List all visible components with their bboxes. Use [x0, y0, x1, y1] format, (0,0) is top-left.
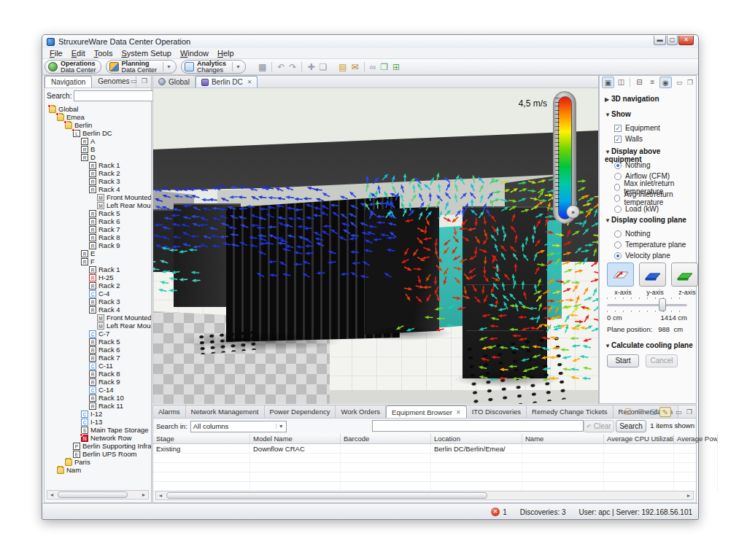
checkbox-walls[interactable]: ✓Walls — [614, 133, 660, 144]
tab-network-management[interactable]: Network Management — [186, 405, 265, 418]
menu-file[interactable]: File — [45, 49, 67, 58]
screenshot-icon[interactable]: ▤ — [338, 61, 347, 74]
tab-genomes[interactable]: Genomes — [92, 76, 136, 88]
column-header-model-name[interactable]: Model Name — [250, 434, 341, 443]
radio-avg-inlet-return-temperature[interactable]: Avg inlet/return temperature — [614, 192, 696, 203]
column-header-stage[interactable]: Stage — [153, 434, 250, 443]
tree-item-global[interactable]: Global — [44, 105, 151, 113]
tree-item-rack-7[interactable]: RRack 7 — [44, 225, 151, 233]
3d-mode-icon[interactable]: ◉ — [659, 77, 672, 88]
chevron-down-icon[interactable]: ▼ — [232, 62, 241, 71]
tab-power-dependency[interactable]: Power Dependency — [265, 405, 336, 418]
editor-tab-berlin-dc[interactable]: Berlin DC✕ — [196, 76, 258, 88]
tree-item-rack-6[interactable]: RRack 6 — [44, 346, 151, 354]
redo-icon[interactable]: ↷ — [289, 61, 296, 74]
radio-nothing[interactable]: Nothing — [614, 228, 686, 239]
table-row-empty[interactable] — [153, 454, 696, 463]
table-row-empty[interactable] — [153, 463, 696, 472]
tree-item-rack-5[interactable]: RRack 5 — [44, 209, 151, 217]
scroll-left-icon[interactable]: ◄ — [47, 492, 56, 497]
tree-item-rack-3[interactable]: RRack 3 — [44, 177, 151, 185]
3d-room-view[interactable]: 4,5 m/s » — [153, 88, 598, 404]
tree-item-h-25[interactable]: RH-25 — [44, 273, 151, 281]
tree-item-nam[interactable]: Nam — [44, 466, 151, 474]
link-icon[interactable]: ∞ — [370, 61, 376, 74]
radio-nothing[interactable]: Nothing — [614, 160, 696, 171]
y-axis-button[interactable] — [639, 262, 666, 287]
tree-item-c-4[interactable]: CC-4 — [44, 289, 151, 298]
tab-remedy-change-tickets[interactable]: Remedy Change Tickets — [527, 405, 614, 418]
tree-item-left-rear-moun[interactable]: MLeft Rear Moun — [44, 201, 151, 209]
editor-tab-global[interactable]: Global — [153, 76, 196, 88]
export-icon[interactable]: ⊞ — [392, 61, 400, 74]
equipment-search-input[interactable] — [372, 420, 584, 432]
perspective-analytics-button[interactable]: AnalyticsChanges▼ — [181, 60, 246, 74]
tree-item-e[interactable]: RE — [44, 249, 151, 257]
panel-minmax-icons[interactable]: ▭ ❐ — [676, 408, 694, 416]
undo-icon[interactable]: ↶ — [277, 61, 285, 74]
column-header-location[interactable]: Location — [431, 434, 522, 443]
section-calculate-cooling-plane[interactable]: ▼Calculate cooling plane — [605, 341, 693, 349]
mail-icon[interactable]: ✉ — [352, 61, 359, 74]
camera-icon[interactable]: ◫ — [615, 77, 627, 88]
tab-ito-discoveries[interactable]: ITO Discoveries — [467, 405, 527, 418]
tree-item-rack-1[interactable]: RRack 1 — [44, 161, 151, 169]
pencil-icon[interactable]: ✎ — [659, 407, 671, 417]
title-bar[interactable]: StruxureWare Data Center Operation ▬ ▢ ✕ — [42, 35, 698, 48]
tree-item-emea[interactable]: Emea — [44, 113, 151, 121]
panel-minmax-icons[interactable]: ▭ ❐ — [676, 79, 694, 86]
tree-item-berlin-supporting-infrastru[interactable]: PBerlin Supporting Infrastru — [44, 442, 151, 450]
tab-alarms[interactable]: Alarms — [153, 405, 186, 418]
panel-minmax-icons[interactable]: ▭ ❐ — [131, 77, 149, 85]
tree-item-rack-4[interactable]: RRack 4 — [44, 185, 151, 193]
start-button[interactable]: Start — [607, 354, 639, 368]
scale-expand-button[interactable]: » — [566, 205, 580, 219]
tree-item-rack-3[interactable]: RRack 3 — [44, 298, 151, 306]
column-header-average-pow[interactable]: Average Pow — [674, 434, 718, 443]
close-button[interactable]: ✕ — [678, 36, 694, 45]
paste-icon[interactable]: ❏ — [320, 61, 328, 74]
tab-work-orders[interactable]: Work Orders — [336, 405, 386, 418]
tree-item-berlin[interactable]: Berlin — [44, 121, 151, 129]
pin-icon[interactable]: ✚ — [307, 61, 314, 74]
tree-item-c-11[interactable]: CC-11 — [44, 362, 151, 370]
tree-item-a[interactable]: RA — [44, 137, 151, 145]
close-icon[interactable]: ✕ — [456, 409, 461, 416]
tree-item-paris[interactable]: Paris — [44, 458, 151, 466]
tree-horizontal-scrollbar[interactable]: ◄ ► — [47, 490, 149, 499]
menu-help[interactable]: Help — [213, 49, 239, 58]
columns-dropdown[interactable]: All columns▼ — [190, 421, 287, 432]
tree-item-rack-5[interactable]: RRack 5 — [44, 338, 151, 346]
section-show[interactable]: ▼Show — [605, 110, 631, 118]
tree-item-d[interactable]: RD — [44, 153, 151, 161]
tree-item-rack-8[interactable]: RRack 8 — [44, 233, 151, 241]
tree-item-rack-9[interactable]: RRack 9 — [44, 241, 151, 249]
tree-item-rack-2[interactable]: RRack 2 — [44, 169, 151, 177]
cancel-button[interactable]: Cancel — [646, 354, 678, 368]
scroll-left-icon[interactable]: ◄ — [156, 493, 165, 498]
list-icon[interactable]: ≡ — [646, 77, 659, 88]
column-header-name[interactable]: Name — [522, 434, 604, 443]
minimize-button[interactable]: ▬ — [654, 36, 666, 45]
perspective-planning-button[interactable]: PlanningData Center▼ — [106, 60, 177, 74]
clear-search-button[interactable]: ↶ Clear — [584, 420, 614, 432]
radio-velocity-plane[interactable]: Velocity plane — [614, 250, 686, 261]
section-display-cooling-plane[interactable]: ▼Display cooling plane — [605, 216, 686, 224]
column-header-average-cpu-utilization-[interactable]: Average CPU Utilization ... — [604, 434, 674, 443]
perspective-operations-button[interactable]: OperationsData Center — [44, 60, 101, 74]
error-icon[interactable]: ✕ — [491, 508, 500, 516]
maximize-button[interactable]: ▢ — [667, 36, 678, 45]
menu-edit[interactable]: Edit — [67, 49, 90, 58]
tree-item-rack-10[interactable]: RRack 10 — [44, 394, 151, 402]
tab-equipment-browser[interactable]: Equipment Browser✕ — [386, 405, 467, 418]
z-axis-button[interactable] — [671, 262, 698, 287]
tree-item-front-mounted[interactable]: MFront Mounted — [44, 314, 151, 322]
tree-item-rack-8[interactable]: RRack 8 — [44, 370, 151, 378]
tree-item-c-7[interactable]: CC-7 — [44, 330, 151, 338]
tree-item-berlin-dc[interactable]: LBerlin DC — [44, 129, 151, 137]
tree-item-i-13[interactable]: CI-13 — [44, 418, 151, 426]
x-axis-button[interactable] — [607, 262, 634, 287]
table-row-empty[interactable] — [153, 472, 696, 482]
radio-temperature-plane[interactable]: Temperature plane — [614, 239, 686, 250]
column-header-barcode[interactable]: Barcode — [341, 434, 431, 443]
